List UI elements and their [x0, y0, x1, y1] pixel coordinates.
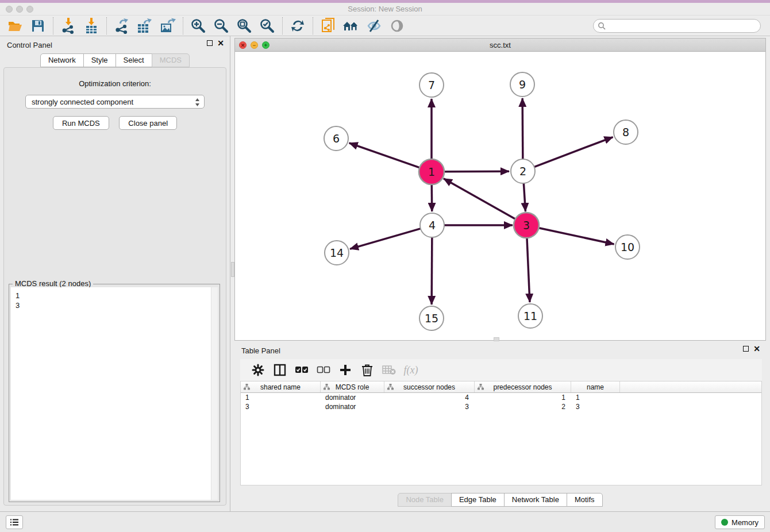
- tab-network-table[interactable]: Network Table: [504, 493, 567, 507]
- export-table-icon[interactable]: [133, 17, 156, 35]
- control-panel: Control Panel ✕ NetworkStyleSelectMCDS O…: [0, 36, 230, 511]
- export-network-icon[interactable]: [110, 17, 133, 35]
- hierarchy-icon: [324, 384, 330, 390]
- delete-columns-icon[interactable]: [356, 361, 378, 379]
- optimization-criterion-select[interactable]: strongly connected component: [25, 95, 205, 109]
- edge-2-9[interactable]: [522, 98, 523, 159]
- add-column-icon[interactable]: [334, 361, 356, 379]
- edge-2-8[interactable]: [534, 137, 613, 167]
- column-header-mcds-role[interactable]: MCDS role: [321, 381, 384, 392]
- unselect-all-columns-icon[interactable]: [313, 361, 334, 379]
- run-mcds-button[interactable]: Run MCDS: [53, 116, 109, 130]
- edge-4-15[interactable]: [432, 237, 432, 304]
- close-table-panel-icon[interactable]: ✕: [753, 346, 760, 352]
- table-cell: dominator: [321, 402, 384, 411]
- tab-motifs[interactable]: Motifs: [567, 493, 603, 507]
- column-header-name[interactable]: name: [571, 381, 620, 392]
- table-panel-tabs: Node TableEdge TableNetwork TableMotifs: [234, 493, 766, 507]
- mcds-result-area[interactable]: 1 3: [11, 287, 218, 500]
- table-cell: 3: [241, 402, 321, 411]
- table-panel: Table Panel ✕: [234, 342, 766, 511]
- table-row[interactable]: 1dominator411: [241, 393, 761, 402]
- edge-3-1[interactable]: [444, 179, 516, 219]
- close-panel-icon[interactable]: ✕: [217, 40, 224, 46]
- network-canvas[interactable]: 7968124314101511: [235, 52, 765, 340]
- edge-1-6[interactable]: [349, 143, 421, 168]
- node-label-10: 10: [621, 241, 634, 253]
- network-graph[interactable]: 7968124314101511: [235, 52, 765, 341]
- import-table-icon[interactable]: [80, 17, 103, 35]
- zoom-in-icon[interactable]: [187, 17, 210, 35]
- function-builder-icon[interactable]: f(x): [400, 361, 422, 379]
- select-stepper-icon: [195, 98, 200, 107]
- node-label-8: 8: [622, 126, 629, 138]
- column-header-shared-name[interactable]: shared name: [241, 381, 321, 392]
- column-label: successor nodes: [403, 383, 455, 391]
- node-label-9: 9: [519, 78, 526, 91]
- fx-label: f(x): [404, 364, 418, 376]
- table-options-icon[interactable]: [247, 361, 269, 379]
- edge-4-14[interactable]: [350, 229, 421, 249]
- tab-mcds[interactable]: MCDS: [152, 53, 190, 67]
- delete-table-icon[interactable]: [378, 361, 400, 379]
- node-label-4: 4: [429, 219, 436, 232]
- save-session-icon[interactable]: [26, 17, 49, 35]
- table-cell: dominator: [321, 393, 384, 402]
- zoom-selected-icon[interactable]: [256, 17, 279, 35]
- node-table[interactable]: shared nameMCDS rolesuccessor nodesprede…: [240, 381, 762, 485]
- export-image-icon[interactable]: [156, 17, 179, 35]
- refresh-layout-icon[interactable]: [286, 17, 309, 35]
- zoom-out-icon[interactable]: [210, 17, 233, 35]
- result-scrollbar[interactable]: [211, 287, 218, 500]
- close-panel-button[interactable]: Close panel: [119, 116, 177, 130]
- vertical-splitter-grip[interactable]: [231, 262, 234, 277]
- select-all-columns-icon[interactable]: [291, 361, 313, 379]
- network-from-selection-icon[interactable]: [317, 17, 340, 35]
- optimization-criterion-label: Optimization criterion:: [4, 79, 226, 88]
- task-history-button[interactable]: [6, 515, 23, 529]
- mcds-result-text: 1 3: [11, 287, 218, 314]
- node-label-15: 15: [425, 312, 438, 325]
- memory-label: Memory: [732, 518, 759, 527]
- column-header-successor-nodes[interactable]: successor nodes: [384, 381, 475, 392]
- mcds-result-title: MCDS result (2 nodes): [13, 279, 93, 288]
- node-label-2: 2: [519, 165, 526, 178]
- edge-1-2[interactable]: [444, 171, 509, 172]
- network-title: scc.txt: [235, 41, 765, 49]
- edge-3-10[interactable]: [538, 228, 614, 244]
- zoom-fit-icon[interactable]: [233, 17, 256, 35]
- mcds-result-group: MCDS result (2 nodes) 1 3: [9, 284, 220, 502]
- table-cell: 1: [571, 393, 620, 402]
- table-panel-header: Table Panel ✕: [234, 342, 766, 359]
- table-cell: 3: [571, 402, 620, 411]
- criterion-selected-value: strongly connected component: [32, 98, 133, 106]
- show-columns-icon[interactable]: [269, 361, 291, 379]
- column-header-predecessor-nodes[interactable]: predecessor nodes: [475, 381, 571, 392]
- float-table-panel-icon[interactable]: [743, 346, 749, 352]
- network-window-titlebar[interactable]: ✕ − + scc.txt: [235, 38, 765, 52]
- first-neighbors-icon[interactable]: [340, 17, 363, 35]
- node-label-1: 1: [428, 165, 435, 178]
- float-panel-icon[interactable]: [207, 40, 213, 46]
- edge-1-4[interactable]: [432, 184, 432, 211]
- tab-select[interactable]: Select: [116, 53, 152, 67]
- node-label-11: 11: [523, 310, 537, 322]
- node-table-header: shared nameMCDS rolesuccessor nodesprede…: [241, 381, 761, 393]
- memory-button[interactable]: Memory: [715, 515, 765, 529]
- horizontal-splitter-grip[interactable]: [494, 337, 499, 341]
- hide-selected-icon[interactable]: [363, 17, 386, 35]
- table-row[interactable]: 3dominator323: [241, 402, 761, 411]
- session-title: Session: New Session: [0, 5, 770, 13]
- import-network-icon[interactable]: [57, 17, 80, 35]
- edge-3-11[interactable]: [527, 237, 530, 302]
- show-all-icon[interactable]: [386, 17, 409, 35]
- tab-node-table[interactable]: Node Table: [398, 493, 452, 507]
- open-session-icon[interactable]: [3, 17, 26, 35]
- search-input[interactable]: [593, 19, 761, 33]
- tab-network[interactable]: Network: [40, 53, 84, 67]
- main-toolbar: [0, 16, 770, 36]
- column-label: predecessor nodes: [493, 383, 552, 391]
- edge-2-3[interactable]: [523, 183, 525, 211]
- tab-style[interactable]: Style: [83, 53, 116, 67]
- tab-edge-table[interactable]: Edge Table: [451, 493, 505, 507]
